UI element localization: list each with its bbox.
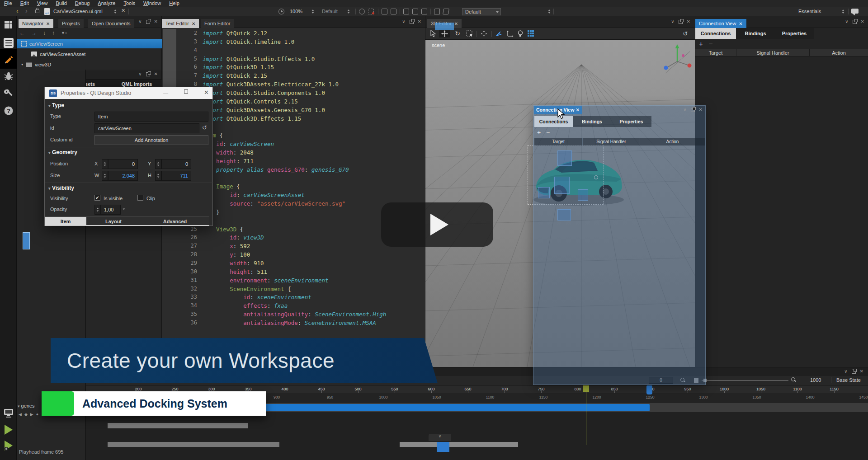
dialog-tab-layout[interactable]: Layout <box>86 216 141 226</box>
opacity-dropdown[interactable] <box>123 208 125 210</box>
edit-shape-icon[interactable] <box>443 9 449 14</box>
annotation-icon[interactable] <box>359 9 365 14</box>
timeline-track-row[interactable]: ▾ genes <box>18 403 35 408</box>
keyframe-track-bar[interactable] <box>108 442 279 447</box>
float-icon[interactable] <box>146 20 150 24</box>
floating-tab-bindings[interactable]: Bindings <box>573 116 611 127</box>
column-header-signal-handler[interactable]: Signal Handler <box>736 49 810 56</box>
floating-panel-controls[interactable]: ∨✕ <box>683 108 703 112</box>
zoom-spinner[interactable] <box>311 9 314 14</box>
show-grid-icon[interactable] <box>403 9 409 14</box>
section-caret[interactable]: ▾ <box>48 103 51 108</box>
design-mode-pencil-icon[interactable] <box>0 49 17 69</box>
kit-select[interactable]: Essentials <box>798 7 821 16</box>
tab-connections[interactable]: Connections <box>695 28 736 39</box>
tab-bindings[interactable]: Bindings <box>736 28 775 39</box>
move-left-icon[interactable]: ← <box>19 30 25 36</box>
rotate-tool-icon[interactable]: ↻ <box>453 29 462 38</box>
back-button[interactable]: ‹ <box>16 7 19 14</box>
light-icon[interactable] <box>516 29 524 38</box>
menu-edit[interactable]: Edit <box>16 0 33 7</box>
tools-wrench-icon[interactable] <box>0 89 17 99</box>
move-tool-icon[interactable] <box>439 29 450 38</box>
navigator-toolbar[interactable]: ←→↓↑▼˅ <box>19 30 67 36</box>
add-annotation-button[interactable]: Add Annotation <box>94 135 208 145</box>
floating-tab-connections[interactable]: Connections <box>534 116 573 127</box>
help-icon[interactable]: ? <box>0 106 17 116</box>
add-connection-button[interactable]: + <box>537 129 541 136</box>
close-icon[interactable]: ✕ <box>46 21 50 26</box>
close-icon[interactable]: ✕ <box>576 107 580 113</box>
orientation-icon[interactable] <box>495 29 503 38</box>
run-icon[interactable] <box>0 424 17 436</box>
column-header-target[interactable]: Target <box>695 49 736 56</box>
keyframe-track-bar[interactable] <box>108 423 248 428</box>
expander-icon[interactable]: ▾ <box>18 404 20 408</box>
close-icon[interactable]: ✕ <box>192 21 195 26</box>
dialog-tab-advanced[interactable]: Advanced <box>141 216 209 226</box>
floating-column-signal-handler[interactable]: Signal Handler <box>583 138 640 146</box>
collapse-icon[interactable]: ∨ <box>138 19 142 24</box>
timeline-panel-controls[interactable]: ∨✕ <box>844 369 863 374</box>
close-icon[interactable]: ✕ <box>154 19 158 24</box>
apps-grid-icon[interactable] <box>0 21 17 28</box>
dialog-tab-item[interactable]: Item <box>45 216 86 226</box>
timeline-tracks-area[interactable]: ∨ <box>86 412 868 460</box>
tab-navigator[interactable]: Navigator✕ <box>19 19 53 28</box>
tab-text-editor[interactable]: Text Editor✕ <box>162 19 199 28</box>
zoom-level[interactable]: 100% <box>290 7 302 16</box>
floating-tab-properties[interactable]: Properties <box>611 116 651 127</box>
edit-mode-icon[interactable] <box>0 38 17 48</box>
add-connection-button[interactable]: + <box>699 40 703 47</box>
tab-open-documents[interactable]: Open Documents <box>88 19 134 28</box>
kit-spinner[interactable] <box>842 9 844 14</box>
properties-dialog[interactable]: DS Properties - Qt Design Studio — ✕ ▾ T… <box>44 87 213 226</box>
menu-file[interactable]: File <box>0 0 16 7</box>
x-spinner[interactable] <box>102 159 108 169</box>
floating-connection-view[interactable]: Connection View ✕ ∨✕ ConnectionsBindings… <box>533 105 706 385</box>
type-input[interactable]: Item <box>94 112 208 122</box>
select-tool-icon[interactable] <box>429 29 437 38</box>
menu-debug[interactable]: Debug <box>71 0 94 7</box>
rotate-view-icon[interactable] <box>434 9 440 14</box>
editor3d-panel-controls[interactable]: ∨✕ <box>671 19 690 24</box>
splitter-handle[interactable]: ∨ <box>429 434 451 441</box>
h-spinner[interactable] <box>155 171 161 181</box>
y-input[interactable]: 0 <box>161 159 191 169</box>
remove-connection-button[interactable]: − <box>546 129 550 136</box>
bounds-icon[interactable] <box>382 9 387 14</box>
x-input[interactable]: 0 <box>108 159 138 169</box>
video-play-button[interactable] <box>381 202 493 247</box>
state-scale-value[interactable]: 1000 <box>810 377 821 383</box>
target-spinner[interactable] <box>548 9 551 14</box>
opacity-input[interactable]: 1,00 <box>101 205 121 215</box>
live-preview-monitor-icon[interactable] <box>0 408 17 418</box>
debug-bug-icon[interactable] <box>0 71 17 81</box>
close-icon[interactable]: ✕ <box>454 21 458 26</box>
menu-view[interactable]: View <box>33 0 52 7</box>
expander-icon[interactable]: ▾ <box>21 62 23 66</box>
opacity-spinner[interactable] <box>94 205 101 215</box>
library-panel-controls[interactable]: ∨✕ <box>138 72 158 76</box>
reset-id-icon[interactable]: ↺ <box>202 124 207 131</box>
column-header-action[interactable]: Action <box>810 49 868 56</box>
tree-item-carviewscreen[interactable]: carViewScreen <box>17 39 162 48</box>
tab-form-editor[interactable]: Form Editor <box>201 19 234 28</box>
scale-tool-icon[interactable] <box>465 29 473 38</box>
floating-column-action[interactable]: Action <box>640 138 705 146</box>
menu-tools[interactable]: Tools <box>119 0 139 7</box>
form-preset-spinner[interactable] <box>347 9 350 14</box>
clip-checkbox[interactable] <box>137 195 143 201</box>
move-up-icon[interactable]: ↑ <box>52 30 55 36</box>
horizontal-scrollbar[interactable] <box>400 442 518 447</box>
close-document-icon[interactable]: ✕ <box>121 8 125 14</box>
document-tab[interactable]: CarViewScreen.ui.qml <box>53 7 103 16</box>
form-preset-select[interactable]: Default <box>322 7 338 16</box>
remove-connection-button[interactable]: − <box>709 40 713 47</box>
timeline-zoom-slider[interactable] <box>702 380 788 381</box>
move-down-icon[interactable]: ↓ <box>43 30 46 36</box>
run-debug-icon[interactable] <box>0 440 17 451</box>
connection-panel-controls[interactable]: ∨✕ <box>845 19 864 24</box>
document-switcher-spinner[interactable] <box>114 9 117 14</box>
tab-projects[interactable]: Projects <box>58 19 84 28</box>
